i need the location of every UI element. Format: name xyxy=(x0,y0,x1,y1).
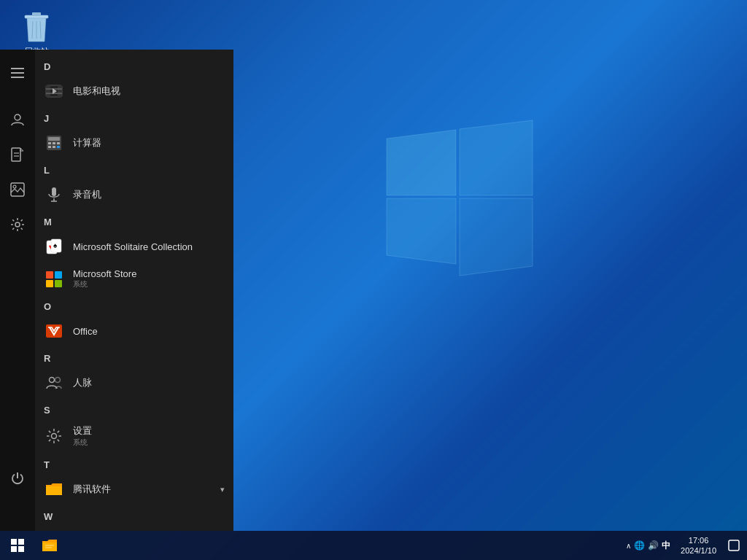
section-header-t: T xyxy=(35,454,233,473)
svg-rect-24 xyxy=(53,142,55,144)
office-label: Office xyxy=(73,326,98,337)
solitaire-label: Microsoft Solitaire Collection xyxy=(73,241,193,252)
svg-point-41 xyxy=(50,378,55,383)
recycle-bin-image xyxy=(22,11,51,43)
section-header-d: D xyxy=(35,55,233,75)
svg-rect-46 xyxy=(11,546,17,552)
app-item-settings[interactable]: 设置 系统 xyxy=(35,419,233,454)
svg-rect-7 xyxy=(11,77,24,78)
svg-rect-50 xyxy=(729,540,739,551)
section-header-j: J xyxy=(35,107,233,127)
recorder-icon xyxy=(44,184,64,205)
taskbar-tray: ∧ 🌐 🔊 中 17:06 2024/1/10 xyxy=(626,535,747,556)
store-sublabel: 系统 xyxy=(73,279,136,289)
svg-rect-9 xyxy=(12,148,20,161)
svg-rect-29 xyxy=(52,187,56,196)
section-header-w: W xyxy=(35,505,233,525)
svg-rect-38 xyxy=(46,280,53,287)
photos-button[interactable] xyxy=(0,172,35,207)
app-item-movies[interactable]: 电影和电视 xyxy=(35,75,233,107)
app-item-contacts[interactable]: 人脉 xyxy=(35,367,233,399)
svg-rect-23 xyxy=(48,142,51,144)
svg-rect-6 xyxy=(11,72,24,74)
clock[interactable]: 17:06 2024/1/10 xyxy=(675,535,722,556)
app-item-calculator[interactable]: 计算器 xyxy=(35,127,233,159)
svg-rect-37 xyxy=(55,271,62,279)
app-item-solitaire[interactable]: ♥ ♠ Microsoft Solitaire Collection xyxy=(35,230,233,262)
contacts-icon xyxy=(44,373,64,393)
section-header-o: O xyxy=(35,295,233,315)
section-header-s: S xyxy=(35,399,233,419)
section-header-m: M xyxy=(35,211,233,230)
settings-text-block: 设置 系统 xyxy=(73,424,92,448)
svg-rect-5 xyxy=(11,68,24,69)
store-icon xyxy=(44,269,64,289)
documents-button[interactable] xyxy=(0,137,35,172)
svg-rect-25 xyxy=(57,142,60,144)
network-icon: 🌐 xyxy=(634,540,645,551)
start-menu-sidebar xyxy=(0,50,35,531)
power-button[interactable] xyxy=(0,461,35,496)
settings-sidebar-button[interactable] xyxy=(0,207,35,242)
svg-text:♠: ♠ xyxy=(53,241,58,249)
svg-rect-17 xyxy=(58,85,62,97)
movies-label: 电影和电视 xyxy=(73,85,120,98)
taskbar: ∧ 🌐 🔊 中 17:06 2024/1/10 xyxy=(0,531,747,560)
store-text-block: Microsoft Store 系统 xyxy=(73,268,136,289)
app-item-office[interactable]: Office xyxy=(35,315,233,347)
settings-sublabel: 系统 xyxy=(73,438,92,448)
app-item-tencent[interactable]: 腾讯软件 ▾ xyxy=(35,473,233,505)
speaker-icon[interactable]: 🔊 xyxy=(648,540,659,551)
svg-point-42 xyxy=(55,378,61,383)
notification-center-button[interactable] xyxy=(727,538,741,553)
svg-rect-45 xyxy=(18,539,24,545)
svg-point-14 xyxy=(15,222,20,227)
start-menu: D 电影和电视 J xyxy=(0,50,233,531)
svg-rect-39 xyxy=(55,280,62,287)
svg-rect-44 xyxy=(11,539,17,545)
app-item-recorder[interactable]: 录音机 xyxy=(35,179,233,211)
movies-icon xyxy=(44,81,64,101)
recorder-label: 录音机 xyxy=(73,188,101,201)
svg-point-43 xyxy=(52,434,57,439)
calculator-icon xyxy=(44,133,64,153)
calculator-label: 计算器 xyxy=(73,136,101,149)
tray-chevron[interactable]: ∧ xyxy=(626,542,631,550)
desktop: 回收站 xyxy=(0,0,747,560)
svg-rect-1 xyxy=(32,12,41,16)
office-icon xyxy=(44,321,64,341)
tencent-label: 腾讯软件 xyxy=(73,483,111,496)
section-header-l: L xyxy=(35,159,233,179)
taskbar-file-explorer-button[interactable] xyxy=(35,531,64,560)
svg-rect-22 xyxy=(48,137,60,141)
tencent-folder-arrow: ▾ xyxy=(220,485,225,494)
svg-rect-27 xyxy=(53,146,55,148)
ime-lang-indicator[interactable]: 中 xyxy=(662,540,670,552)
store-label: Microsoft Store xyxy=(73,268,136,279)
svg-rect-28 xyxy=(57,146,60,148)
svg-rect-26 xyxy=(48,146,51,148)
solitaire-icon: ♥ ♠ xyxy=(44,236,64,257)
clock-time: 17:06 xyxy=(681,535,716,545)
clock-date: 2024/1/10 xyxy=(681,545,716,556)
svg-rect-36 xyxy=(46,271,53,279)
section-header-r: R xyxy=(35,347,233,367)
app-list[interactable]: D 电影和电视 J xyxy=(35,50,233,531)
svg-rect-47 xyxy=(18,546,24,552)
settings-label: 设置 xyxy=(73,425,92,436)
svg-point-13 xyxy=(13,185,16,188)
hamburger-menu-button[interactable] xyxy=(0,55,35,90)
settings-icon xyxy=(44,426,64,446)
tencent-folder-icon xyxy=(44,479,64,499)
svg-rect-16 xyxy=(46,85,50,97)
app-item-store[interactable]: Microsoft Store 系统 xyxy=(35,262,233,295)
system-tray-icons: ∧ 🌐 🔊 中 xyxy=(626,540,670,552)
windows-logo-wallpaper xyxy=(379,117,540,277)
start-button[interactable] xyxy=(0,531,35,560)
svg-point-8 xyxy=(15,114,20,120)
contacts-label: 人脉 xyxy=(73,376,92,389)
user-profile-button[interactable] xyxy=(0,102,35,137)
